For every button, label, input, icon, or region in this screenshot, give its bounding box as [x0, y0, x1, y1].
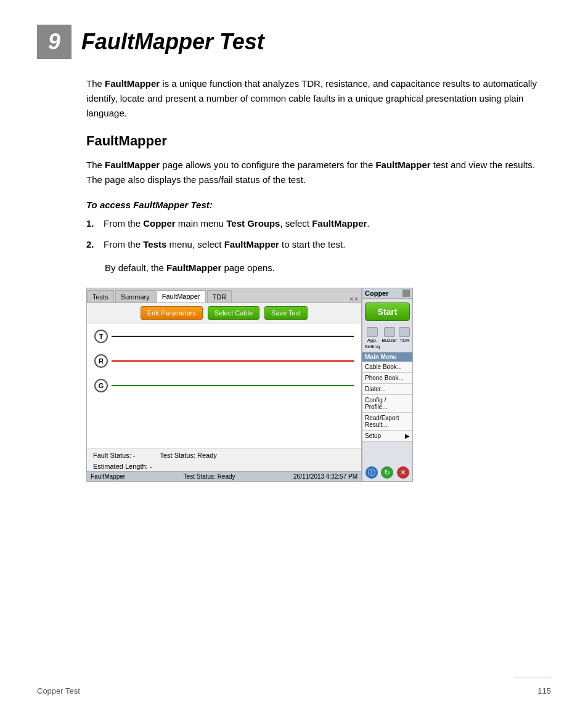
tdr-label: TDR — [399, 338, 409, 343]
save-test-button[interactable]: Save Test — [264, 306, 308, 320]
buzzer-label: Buzzer — [382, 338, 398, 343]
wire-circle-r: R — [94, 354, 108, 368]
tdr-icon — [399, 327, 410, 337]
menu-item-dialer[interactable]: Dialer... — [362, 384, 412, 395]
wire-circle-t: T — [94, 330, 108, 343]
fault-status-label: Fault Status: — [93, 452, 131, 459]
menu-item-cable-book[interactable]: Cable Book... — [362, 362, 412, 373]
wire-row-t: T — [94, 330, 354, 343]
copper-title: Copper — [365, 290, 389, 297]
tab-bar-end: ✕✕ — [349, 296, 361, 302]
bottom-icons: ⓘ ↻ ✕ — [362, 464, 412, 481]
app-setting-icon-item[interactable]: App. Setting — [365, 327, 380, 349]
screenshot: Tests Summary FaultMapper TDR ✕✕ Edit Pa… — [86, 288, 413, 482]
footer-middle: Test Status: Ready — [184, 473, 235, 480]
access-heading: To access FaultMapper Test: — [37, 200, 551, 210]
footer-line — [514, 678, 551, 678]
wire-line-r — [112, 360, 354, 362]
toolbar: Edit Parameters Select Cable Save Test — [87, 303, 361, 323]
step-1: 1. From the Copper main menu Test Groups… — [86, 216, 551, 231]
main-menu-label: Main Menu — [362, 352, 412, 362]
step-1-text: From the Copper main menu Test Groups, s… — [104, 216, 370, 231]
footer-right: 26/11/2013 4:32:57 PM — [293, 473, 357, 480]
default-text: By default, the FaultMapper page opens. — [37, 261, 551, 275]
tab-bar: Tests Summary FaultMapper TDR ✕✕ — [87, 288, 361, 303]
info-icon[interactable]: ⓘ — [365, 466, 378, 479]
screenshot-footer: FaultMapper Test Status: Ready 26/11/201… — [87, 471, 361, 481]
test-status-value: Ready — [197, 452, 217, 459]
chapter-number: 9 — [37, 25, 71, 59]
buzzer-icon-item[interactable]: Buzzer — [382, 327, 398, 349]
section-description: The FaultMapper page allows you to confi… — [37, 158, 551, 187]
menu-item-phone-book[interactable]: Phone Book... — [362, 373, 412, 384]
step-2-number: 2. — [86, 237, 104, 252]
setup-row[interactable]: Setup ▶ — [362, 431, 412, 442]
tab-tdr[interactable]: TDR — [207, 290, 232, 302]
close-icon[interactable]: ✕ — [397, 466, 409, 479]
page-footer: Copper Test 115 — [37, 686, 551, 696]
setup-arrow-icon: ▶ — [405, 432, 410, 439]
estimated-length-label: Estimated Length: — [93, 463, 148, 470]
tab-summary[interactable]: Summary — [115, 290, 155, 302]
wire-area: T R G — [87, 323, 361, 448]
tab-faultmapper[interactable]: FaultMapper — [157, 290, 206, 302]
copper-header-icon — [402, 290, 410, 297]
screenshot-left-panel: Tests Summary FaultMapper TDR ✕✕ Edit Pa… — [87, 288, 362, 481]
tdr-icon-item[interactable]: TDR — [399, 327, 410, 349]
wire-line-t — [112, 336, 354, 337]
icon-row: App. Setting Buzzer TDR — [362, 325, 412, 352]
select-cable-button[interactable]: Select Cable — [208, 306, 259, 320]
test-status-label: Test Status: — [160, 452, 195, 459]
estimated-length-area: Estimated Length: - — [87, 461, 361, 471]
step-2-text: From the Tests menu, select FaultMapper … — [104, 237, 345, 252]
refresh-icon[interactable]: ↻ — [381, 466, 393, 479]
test-status-section: Test Status: Ready — [160, 452, 217, 459]
chapter-title: FaultMapper Test — [81, 29, 264, 55]
fault-status-value: - — [133, 452, 136, 459]
fault-status-section: Fault Status: - — [93, 452, 136, 459]
intro-paragraph: The FaultMapper is a unique function tha… — [37, 76, 551, 121]
wire-row-g: G — [94, 379, 354, 392]
estimated-length-value: - — [150, 463, 152, 470]
footer-copyright: Copper Test — [37, 686, 80, 696]
app-setting-label2: Setting — [365, 344, 380, 349]
start-button[interactable]: Start — [365, 302, 410, 321]
section-heading: FaultMapper — [37, 133, 551, 149]
tab-tests[interactable]: Tests — [87, 290, 114, 302]
copper-sidebar: Copper Start App. Setting Buzzer — [362, 288, 412, 481]
setup-label: Setup — [365, 432, 381, 439]
footer-page-number: 115 — [537, 686, 551, 696]
step-2: 2. From the Tests menu, select FaultMapp… — [86, 237, 551, 252]
buzzer-icon — [384, 327, 395, 337]
app-setting-icon — [367, 327, 378, 337]
menu-item-read-export[interactable]: Read/Export Result... — [362, 413, 412, 431]
screenshot-wrapper: Tests Summary FaultMapper TDR ✕✕ Edit Pa… — [37, 288, 551, 482]
menu-item-config-profile[interactable]: Config / Profile... — [362, 395, 412, 413]
app-setting-label: App. — [367, 338, 377, 343]
wire-line-g — [112, 385, 354, 386]
edit-parameters-button[interactable]: Edit Parameters — [141, 306, 203, 320]
wire-row-r: R — [94, 354, 354, 368]
copper-header: Copper — [362, 288, 412, 299]
step-1-number: 1. — [86, 216, 104, 231]
chapter-header: 9 FaultMapper Test — [37, 25, 551, 59]
footer-left: FaultMapper — [91, 473, 125, 480]
steps-list: 1. From the Copper main menu Test Groups… — [37, 216, 551, 252]
wire-circle-g: G — [94, 379, 108, 392]
status-area: Fault Status: - Test Status: Ready — [87, 448, 361, 461]
